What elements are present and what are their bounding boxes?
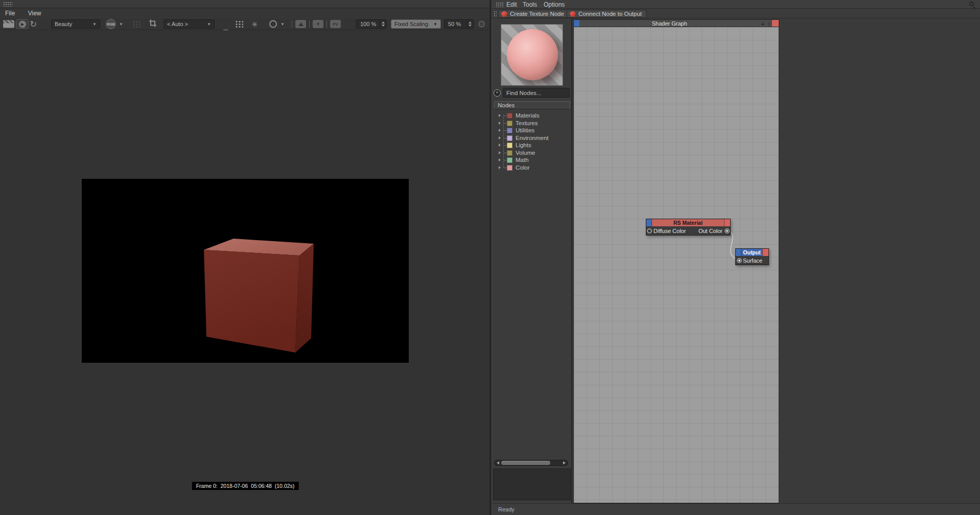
shader-graph-panel: Shader Graph ↔↕ ↕ RS Material	[573, 19, 779, 503]
node-body: Surface	[736, 256, 768, 265]
chevron-down-icon: ▼	[88, 22, 97, 27]
menu-tools[interactable]: Tools	[521, 1, 539, 9]
expander-icon[interactable]	[499, 129, 501, 132]
output-node[interactable]: Output Surface	[735, 248, 769, 265]
menu-file[interactable]: File	[2, 9, 18, 18]
nodes-panel-header: Nodes	[494, 101, 570, 109]
node-titlebar[interactable]: RS Material	[646, 219, 730, 226]
scroll-left-icon[interactable]	[497, 461, 499, 464]
node-category-textures[interactable]: Textures	[492, 120, 572, 127]
expander-icon[interactable]	[499, 151, 501, 154]
material-preview	[501, 24, 563, 86]
render-viewport[interactable]: Frame 0: 2018-07-06 05:06:48 (10.02s)	[0, 30, 489, 515]
surface-port[interactable]	[737, 258, 742, 263]
expander-icon[interactable]	[499, 122, 501, 125]
connect-node-to-output-button[interactable]: Connect Node to Output	[567, 10, 646, 18]
close-icon: ×	[496, 90, 498, 95]
plus-icon: +	[316, 20, 320, 28]
drag-grip-icon[interactable]	[3, 2, 12, 7]
render-view-titlebar	[0, 0, 489, 8]
clear-search-button[interactable]: ×	[494, 89, 501, 97]
node-body: Diffuse Color Out Color	[646, 226, 730, 235]
node-corner-blue	[646, 219, 652, 226]
panel-corner-red[interactable]	[772, 20, 779, 27]
drag-grip-icon[interactable]	[494, 11, 497, 17]
node-category-materials[interactable]: Materials	[492, 112, 572, 119]
refresh-icon[interactable]: ↻	[30, 20, 37, 29]
region-circle-icon[interactable]	[269, 20, 277, 28]
aov-auto-dropdown[interactable]: < Auto > ▼	[164, 19, 215, 29]
node-library-sidebar: × Nodes Materials Textures Utilities	[492, 18, 572, 503]
scrollbar-thumb[interactable]	[501, 461, 550, 465]
resize-vertical-icon[interactable]: ↕	[768, 20, 771, 27]
node-category-math[interactable]: Math	[492, 156, 572, 163]
region-dropdown-arrow-icon[interactable]: ▼	[281, 22, 285, 27]
node-category-volume[interactable]: Volume	[492, 149, 572, 156]
node-titlebar[interactable]: Output	[736, 249, 768, 256]
pan-view-icon[interactable]: ↔↕	[760, 20, 766, 27]
rs-material-node[interactable]: RS Material Diffuse Color Out Color	[646, 219, 731, 236]
shader-graph-menubar: Edit Tools Options	[492, 0, 980, 9]
category-swatch	[507, 121, 512, 126]
picture-viewer-button[interactable]: PV	[330, 20, 341, 28]
scale-spinner[interactable]: 50 %	[444, 19, 474, 29]
shader-graph-window: Edit Tools Options Create Texture Node C…	[492, 0, 980, 515]
snapshot-icon[interactable]	[3, 20, 14, 28]
out-color-port[interactable]	[725, 228, 730, 233]
node-category-color[interactable]: Color	[492, 164, 572, 171]
frame-info-label: Frame 0: 2018-07-06 05:06:48 (10.02s)	[192, 482, 299, 490]
gear-icon[interactable]: ⚙	[477, 19, 486, 29]
search-icon[interactable]	[969, 2, 974, 6]
expander-icon[interactable]	[499, 158, 501, 161]
zoom-spinner[interactable]: 100 %	[356, 19, 387, 29]
application-window: File View ▶ ↻ Beauty ▼ RGB ▼	[0, 0, 980, 515]
node-graph-canvas[interactable]: RS Material Diffuse Color Out Color Outp…	[574, 27, 779, 503]
menu-view[interactable]: View	[25, 9, 44, 18]
add-to-pv-button[interactable]: +	[313, 20, 323, 28]
shader-graph-titlebar[interactable]: Shader Graph ↔↕ ↕	[574, 20, 779, 27]
pixel-grid-icon[interactable]	[235, 20, 243, 28]
node-category-lights[interactable]: Lights	[492, 142, 572, 149]
expander-icon[interactable]	[499, 136, 501, 139]
scroll-right-icon[interactable]	[563, 461, 566, 464]
play-icon: ▶	[21, 22, 24, 27]
menu-options[interactable]: Options	[542, 1, 567, 9]
rgb-dropdown-arrow-icon[interactable]: ▼	[119, 22, 123, 27]
spinner-arrows[interactable]	[466, 20, 473, 28]
chevron-down-icon: ▼	[429, 22, 437, 27]
status-bar: Ready	[492, 503, 980, 515]
node-corner-blue	[736, 249, 741, 256]
category-swatch	[507, 165, 512, 171]
expander-icon[interactable]	[499, 114, 501, 117]
find-nodes-input[interactable]	[503, 88, 570, 98]
horizontal-scrollbar[interactable]	[494, 460, 568, 466]
freeze-icon[interactable]: ✳	[251, 20, 258, 28]
diffuse-color-port[interactable]	[647, 228, 652, 233]
pixel-grid-icon-disabled	[132, 20, 141, 28]
create-texture-node-button[interactable]: Create Texture Node	[498, 10, 569, 18]
panel-corner-blue	[574, 20, 579, 27]
node-info-box	[493, 469, 571, 500]
expander-icon[interactable]	[499, 144, 501, 147]
scaling-mode-dropdown[interactable]: Fixed Scaling ▼	[391, 19, 441, 29]
spinner-arrows[interactable]	[380, 20, 386, 28]
expander-icon[interactable]	[499, 166, 501, 169]
category-swatch	[507, 113, 512, 119]
panel-title: Shader Graph	[579, 20, 760, 27]
category-swatch	[507, 128, 512, 133]
category-swatch	[507, 135, 512, 141]
render-view-toolbar: ▶ ↻ Beauty ▼ RGB ▼ < Auto > ▼	[0, 18, 489, 30]
image-icon	[298, 22, 304, 26]
render-pass-dropdown[interactable]: Beauty ▼	[51, 19, 100, 29]
node-category-utilities[interactable]: Utilities	[492, 127, 572, 134]
crop-region-icon[interactable]	[149, 19, 157, 29]
render-play-button[interactable]: ▶	[16, 19, 29, 29]
shader-graph-toolbar: Create Texture Node Connect Node to Outp…	[492, 9, 980, 18]
rgb-channel-button[interactable]: RGB	[106, 19, 116, 29]
node-category-environment[interactable]: Environment	[492, 134, 572, 142]
category-swatch	[507, 157, 512, 163]
menu-edit[interactable]: Edit	[504, 1, 519, 9]
drag-grip-icon[interactable]	[496, 2, 504, 7]
save-image-button[interactable]	[295, 20, 306, 28]
node-corner-red	[762, 249, 768, 256]
